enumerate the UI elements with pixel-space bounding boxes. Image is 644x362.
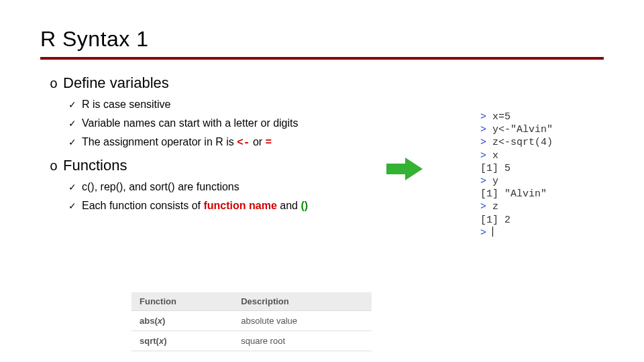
table-cell-function: abs(x) (131, 311, 233, 331)
fn-close: ) (164, 336, 166, 346)
console-prompt: > (480, 176, 492, 187)
console-prompt: > (480, 111, 492, 123)
r-console-output: > x=5 > y<-"Alvin" > z<-sqrt(4) > x [1] … (480, 111, 621, 239)
arrow-right-icon (386, 158, 423, 180)
bullet-o-icon: o (50, 76, 58, 92)
table-cell-description: square root (233, 331, 372, 351)
assign-operator-arrow: <- (237, 137, 250, 149)
list-item-text: or (253, 136, 262, 147)
page-title: R Syntax 1 (40, 27, 604, 52)
section-heading-text: Define variables (63, 74, 169, 91)
console-line: x (492, 150, 498, 162)
table-row: abs(x) absolute value (131, 311, 372, 331)
list-item-text: Each function consists of (82, 200, 201, 211)
cursor-icon (492, 227, 493, 237)
function-name-label: function name (203, 200, 276, 211)
bullet-o-icon: o (50, 159, 58, 174)
list-item: R is case sensitive (68, 99, 604, 111)
console-line: [1] 5 (480, 163, 511, 174)
console-line: [1] "Alvin" (480, 188, 547, 200)
console-prompt: > (480, 137, 492, 148)
title-rule (40, 57, 604, 60)
list-item-text: and (280, 200, 298, 211)
console-prompt: > (480, 124, 492, 135)
console-line: x=5 (492, 111, 511, 123)
table-cell-description: absolute value (233, 311, 372, 331)
list-item-text: The assignment operator in R is (82, 136, 234, 147)
table-header-description: Description (233, 292, 372, 311)
console-prompt: > (480, 201, 492, 213)
fn-name: abs( (140, 316, 158, 326)
console-line: y (492, 176, 498, 187)
slide: R Syntax 1 oDefine variables R is case s… (0, 0, 644, 362)
function-parens-label: () (301, 200, 308, 211)
console-line: z<-sqrt(4) (492, 137, 553, 148)
function-table: Function Description abs(x) absolute val… (131, 292, 372, 351)
table-header-function: Function (131, 292, 233, 311)
console-line: [1] 2 (480, 215, 511, 226)
table-row: sqrt(x) square root (131, 331, 372, 351)
assign-operator-equals: = (266, 137, 272, 149)
fn-name: sqrt( (140, 336, 159, 346)
table-header-row: Function Description (131, 292, 372, 311)
console-prompt: > (480, 150, 492, 162)
table-cell-function: sqrt(x) (131, 331, 233, 351)
console-line: y<-"Alvin" (492, 124, 553, 135)
section-heading: oDefine variables (50, 74, 604, 92)
fn-close: ) (162, 316, 165, 326)
fn-arg: x (158, 316, 162, 326)
section-heading-text: Functions (63, 157, 127, 174)
console-line: z (492, 201, 498, 213)
console-prompt: > (480, 227, 492, 239)
